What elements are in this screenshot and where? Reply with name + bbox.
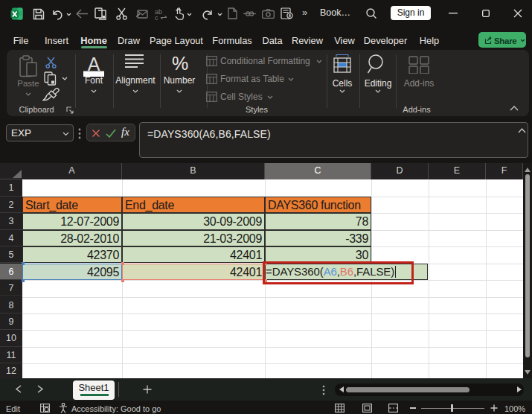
svg-text:%: % [172, 54, 188, 73]
svg-text:c: c [155, 14, 158, 20]
